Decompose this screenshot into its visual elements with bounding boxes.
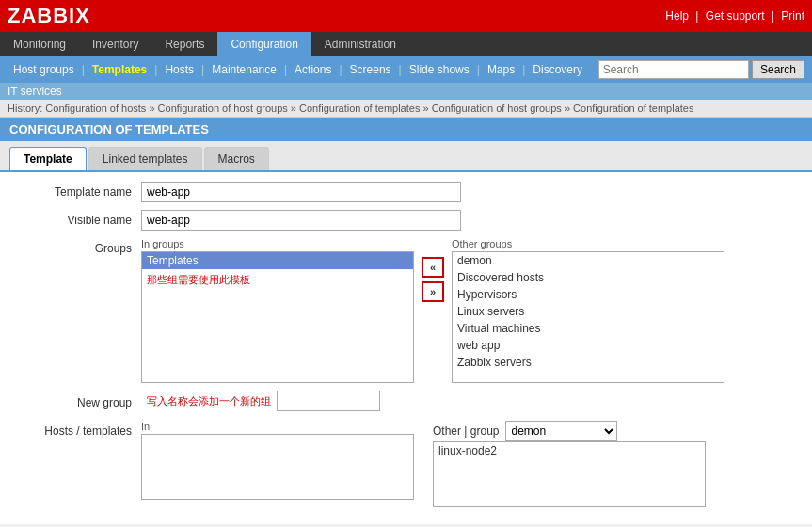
groups-container: In groups Templates 那些组需要使用此模板 « » Other…	[141, 238, 793, 383]
subnav-maintenance[interactable]: Maintenance	[206, 61, 282, 78]
subnav-hosts[interactable]: Hosts	[159, 61, 199, 78]
subnav-screens[interactable]: Screens	[344, 61, 397, 78]
other-groups-list[interactable]: demon Discovered hosts Hypervisors Linux…	[452, 251, 724, 383]
in-groups-hint: 那些组需要使用此模板	[142, 269, 413, 291]
subnav-slideshows[interactable]: Slide shows	[404, 61, 475, 78]
it-services-link[interactable]: IT services	[8, 85, 62, 98]
hosts-in-list[interactable]	[141, 434, 414, 500]
get-support-link[interactable]: Get support	[706, 9, 765, 23]
template-name-row: Template name	[19, 182, 793, 202]
nav-inventory[interactable]: Inventory	[79, 32, 151, 56]
new-group-label: New group	[19, 392, 141, 409]
groups-row: Groups In groups Templates 那些组需要使用此模板 «	[19, 238, 793, 383]
nav-configuration[interactable]: Configuration	[217, 32, 310, 56]
print-link[interactable]: Print	[781, 9, 804, 23]
nav-administration[interactable]: Administration	[311, 32, 409, 56]
visible-name-input[interactable]	[141, 210, 461, 231]
other-group-hypervisors[interactable]: Hypervisors	[453, 286, 724, 303]
visible-name-row: Visible name	[19, 210, 793, 231]
nav-reports[interactable]: Reports	[151, 32, 217, 56]
template-name-control	[141, 182, 793, 202]
content: Template Linked templates Macros Templat…	[0, 141, 812, 524]
tabs: Template Linked templates Macros	[0, 141, 812, 172]
other-group-discovered[interactable]: Discovered hosts	[453, 269, 724, 286]
subnav-maps[interactable]: Maps	[482, 61, 520, 78]
hosts-section: In Other | group demon Templates Discove…	[141, 421, 793, 507]
other-group-select[interactable]: demon Templates Discovered hosts Hypervi…	[505, 421, 617, 441]
hosts-templates-label: Hosts / templates	[19, 421, 141, 438]
hosts-in-label: In	[141, 421, 414, 432]
in-groups-list[interactable]: Templates 那些组需要使用此模板	[141, 251, 414, 383]
other-group-vms[interactable]: Virtual machines	[453, 320, 724, 337]
visible-name-label: Visible name	[19, 210, 141, 227]
in-groups-box: In groups Templates 那些组需要使用此模板	[141, 238, 414, 383]
form-area: Template name Visible name Groups In gro…	[0, 172, 812, 524]
arrow-right-button[interactable]: »	[422, 281, 444, 302]
other-group-demon[interactable]: demon	[453, 252, 724, 269]
new-group-row: New group 写入名称会添加一个新的组	[19, 391, 793, 411]
groups-label: Groups	[19, 238, 141, 255]
new-group-hint: 写入名称会添加一个新的组	[147, 394, 271, 408]
page-title-bar: CONFIGURATION OF TEMPLATES	[0, 118, 812, 141]
tab-template[interactable]: Template	[9, 147, 87, 170]
hosts-templates-row: Hosts / templates In Other | group demon	[19, 421, 793, 507]
header: ZABBIX Help | Get support | Print	[0, 0, 812, 32]
template-name-label: Template name	[19, 182, 141, 199]
in-group-templates[interactable]: Templates	[142, 252, 413, 269]
other-hosts-list[interactable]: linux-node2	[433, 441, 706, 507]
other-groups-box: Other groups demon Discovered hosts Hype…	[452, 238, 724, 383]
subnav-discovery[interactable]: Discovery	[527, 61, 588, 78]
hosts-templates-control: In Other | group demon Templates Discove…	[141, 421, 793, 507]
new-group-input[interactable]	[277, 391, 380, 411]
other-group-linux[interactable]: Linux servers	[453, 303, 724, 320]
groups-arrows: « »	[414, 257, 452, 302]
other-group-zabbix[interactable]: Zabbix servers	[453, 354, 724, 371]
logo: ZABBIX	[8, 4, 90, 28]
subnav-host-groups[interactable]: Host groups	[8, 61, 80, 78]
in-groups-label: In groups	[141, 238, 414, 249]
arrow-left-button[interactable]: «	[422, 257, 444, 278]
other-hosts-box: Other | group demon Templates Discovered…	[433, 421, 706, 507]
tab-macros[interactable]: Macros	[204, 147, 269, 170]
other-group-webapp[interactable]: web app	[453, 337, 724, 354]
search-button[interactable]: Search	[752, 60, 804, 79]
breadcrumb-text: History: Configuration of hosts » Config…	[8, 103, 693, 114]
breadcrumb: History: Configuration of hosts » Config…	[0, 100, 812, 118]
new-group-control: 写入名称会添加一个新的组	[141, 391, 793, 411]
tab-linked-templates[interactable]: Linked templates	[88, 147, 202, 170]
it-services-row: IT services	[0, 83, 812, 100]
visible-name-control	[141, 210, 793, 231]
other-groups-label: Other groups	[452, 238, 724, 249]
logo-text: ZABBIX	[8, 4, 90, 27]
other-group-select-row: Other | group demon Templates Discovered…	[433, 421, 706, 441]
groups-control: In groups Templates 那些组需要使用此模板 « » Other…	[141, 238, 793, 383]
search-input[interactable]	[598, 60, 749, 79]
subnav-actions[interactable]: Actions	[289, 61, 337, 78]
other-host-linux-node2[interactable]: linux-node2	[434, 442, 705, 459]
subnav-templates[interactable]: Templates	[87, 61, 152, 78]
template-name-input[interactable]	[141, 182, 461, 202]
search-box: Search	[598, 60, 804, 79]
page-title: CONFIGURATION OF TEMPLATES	[9, 122, 803, 136]
main-nav: Monitoring Inventory Reports Configurati…	[0, 32, 812, 56]
sub-nav: Host groups | Templates | Hosts | Mainte…	[0, 56, 812, 83]
hosts-in-box: In	[141, 421, 414, 500]
nav-monitoring[interactable]: Monitoring	[0, 32, 79, 56]
other-group-label: Other | group	[433, 424, 500, 438]
header-links: Help | Get support | Print	[665, 9, 804, 23]
help-link[interactable]: Help	[665, 9, 689, 23]
